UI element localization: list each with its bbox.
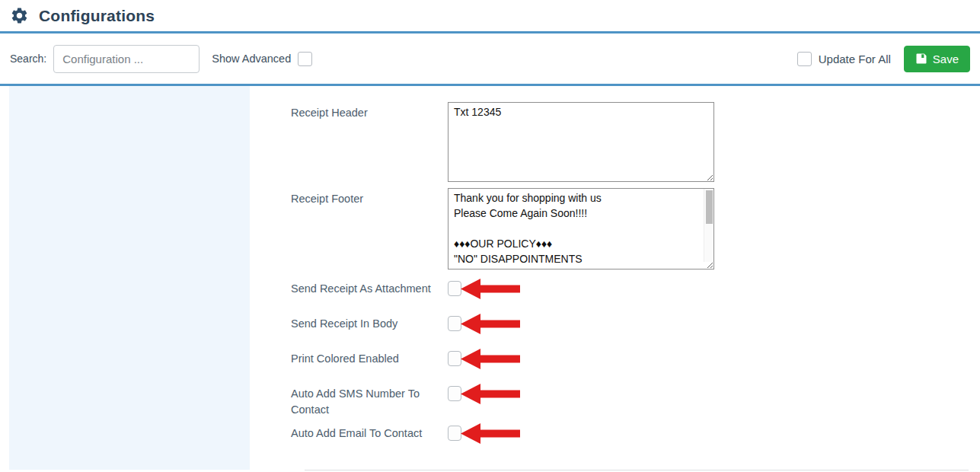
send-receipt-as-attachment-checkbox[interactable] [448,281,461,296]
config-sidebar [9,86,250,470]
receipt-footer-row: Receipt Footer Thank you for shopping wi… [291,188,980,273]
config-form: Receipt Header Txt 12345 Receipt Footer … [250,86,980,470]
search-label: Search: [10,53,46,65]
toolbar: Search: Show Advanced Update For All Sav… [0,33,980,84]
toggle-list: Send Receipt As Attachment Send Receipt … [291,281,980,461]
receipt-header-label: Receipt Header [291,102,448,182]
toggle-row-print-colored-enabled: Print Colored Enabled [291,351,980,386]
red-arrow-annotation [461,384,520,404]
toggle-row-send-receipt-as-attachment: Send Receipt As Attachment [291,281,980,316]
content-area: Receipt Header Txt 12345 Receipt Footer … [0,86,980,470]
show-advanced-label: Show Advanced [212,53,291,65]
floppy-disk-icon [915,53,927,65]
receipt-footer-label: Receipt Footer [291,188,448,273]
red-arrow-annotation [461,279,520,299]
save-button[interactable]: Save [904,46,970,72]
receipt-header-textarea[interactable]: Txt 12345 [448,102,714,182]
scrollbar-thumb[interactable] [706,190,713,224]
red-arrow-annotation [461,349,520,369]
toggle-row-auto-add-email-to-contact: Auto Add Email To Contact [291,426,980,461]
save-button-label: Save [933,53,959,65]
textarea-scrollbar[interactable] [704,189,713,262]
toggle-label: Send Receipt In Body [291,316,433,332]
toggle-label: Auto Add SMS Number To Contact [291,386,433,418]
send-receipt-in-body-checkbox[interactable] [448,316,461,331]
print-colored-enabled-checkbox[interactable] [448,351,461,366]
toggle-label: Print Colored Enabled [291,351,433,367]
update-for-all-checkbox[interactable] [797,52,812,66]
red-arrow-annotation [461,423,520,444]
gear-icon [10,6,29,25]
auto-add-sms-number-to-contact-checkbox[interactable] [448,386,461,401]
receipt-footer-textarea[interactable]: Thank you for shopping with us Please Co… [448,188,714,269]
receipt-footer-wrap: Thank you for shopping with us Please Co… [448,188,714,273]
show-advanced-checkbox[interactable] [298,52,312,66]
update-for-all-label: Update For All [819,53,891,65]
receipt-header-row: Receipt Header Txt 12345 [291,102,980,182]
search-input[interactable] [53,45,200,73]
red-arrow-annotation [461,314,520,334]
page-header: Configurations [0,0,980,31]
toggle-row-send-receipt-in-body: Send Receipt In Body [291,316,980,351]
toggle-label: Send Receipt As Attachment [291,281,433,297]
auto-add-email-to-contact-checkbox[interactable] [448,426,461,441]
toggle-row-auto-add-sms-number-to-contact: Auto Add SMS Number To Contact [291,386,980,426]
page-title: Configurations [39,7,155,25]
section-divider [305,470,969,470]
toggle-label: Auto Add Email To Contact [291,426,433,442]
toolbar-right: Update For All Save [797,46,970,72]
